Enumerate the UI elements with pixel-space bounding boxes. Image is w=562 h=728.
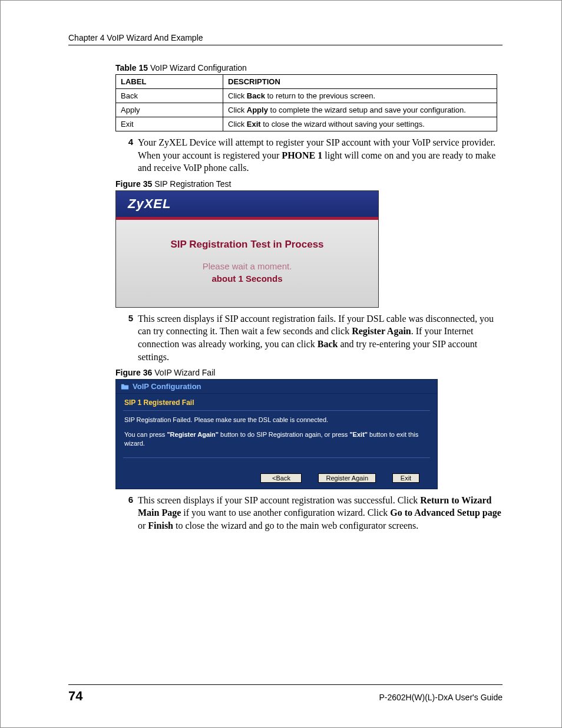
cell-label: Apply [116,103,223,117]
text: Click [228,91,247,100]
fail-message-1: SIP Registration Failed. Please make sur… [116,414,437,429]
bold: Exit [247,120,261,129]
header-rule [68,45,503,45]
bold: Apply [247,106,268,114]
table-row: Apply Click Apply to complete the wizard… [116,103,497,117]
text: to return to the previous screen. [265,91,375,100]
cell-desc: Click Exit to close the wizard without s… [223,117,497,131]
bold: Back [247,91,265,100]
step-list: 6 This screen displays if your SIP accou… [115,494,503,532]
chapter-heading: Chapter 4 VoIP Wizard And Example [68,33,503,42]
step-5: 5 This screen displays if SIP account re… [115,312,503,363]
step-number: 5 [115,312,138,363]
cell-desc: Click Back to return to the previous scr… [223,89,497,103]
divider [123,410,430,411]
cell-desc: Click Apply to complete the wizard setup… [223,103,497,117]
table-15-caption: Table 15 VoIP Wizard Configuration [115,63,503,73]
bold: "Exit" [349,431,368,438]
folder-icon [121,383,129,391]
page-footer: 74 P-2602H(W)(L)-DxA User's Guide [68,680,503,704]
caption-text: SIP Registration Test [152,179,231,189]
text: You can press [124,431,167,438]
fig35-body: SIP Registration Test in Process Please … [116,220,378,307]
figure-35-sip-registration-test: ZyXEL SIP Registration Test in Process P… [115,190,379,308]
step-text: This screen displays if SIP account regi… [138,312,503,363]
guide-title: P-2602H(W)(L)-DxA User's Guide [379,693,503,702]
step-list: 4 Your ZyXEL Device will attempt to regi… [115,136,503,174]
register-again-button[interactable]: Register Again [318,473,376,483]
zyxel-logo: ZyXEL [128,196,171,212]
caption-text: VoIP Wizard Configuration [148,63,247,73]
bold: Finish [148,521,173,531]
window-title: VoIP Configuration [133,382,201,391]
text: to complete the wizard setup and save yo… [268,106,466,114]
sip-test-countdown: about 1 Seconds [116,274,378,284]
cell-label: Exit [116,117,223,131]
step-number: 4 [115,136,138,174]
window-title-bar: VoIP Configuration [116,380,437,394]
back-button[interactable]: <Back [260,473,302,483]
col-header-label: LABEL [116,75,223,89]
table-row: Exit Click Exit to close the wizard with… [116,117,497,131]
step-6: 6 This screen displays if your SIP accou… [115,494,503,532]
step-list: 5 This screen displays if SIP account re… [115,312,503,363]
page-number: 74 [68,689,82,704]
sip-test-wait: Please wait a moment. [116,261,378,271]
cell-label: Back [116,89,223,103]
text: or [138,521,148,531]
fail-subheading: SIP 1 Registered Fail [116,394,437,410]
caption-bold: Table 15 [115,63,148,73]
button-row: <Back Register Again Exit [123,457,430,485]
col-header-description: DESCRIPTION [223,75,497,89]
text: Click [228,106,247,114]
text: Click [228,120,247,129]
bold: Register Again [352,326,411,336]
document-page: Chapter 4 VoIP Wizard And Example Table … [0,0,562,728]
caption-bold: Figure 36 [115,368,152,377]
step-number: 6 [115,494,138,532]
caption-bold: Figure 35 [115,179,152,189]
exit-button[interactable]: Exit [392,473,419,483]
sip-test-heading: SIP Registration Test in Process [116,239,378,251]
text: This screen displays if your SIP account… [138,495,420,505]
bold: PHONE 1 [282,150,322,160]
text: to close the wizard and go to the main w… [173,521,418,531]
voip-wizard-config-table: LABEL DESCRIPTION Back Click Back to ret… [115,74,497,131]
fail-message-2: You can press "Register Again" button to… [116,429,437,453]
table-row: Back Click Back to return to the previou… [116,89,497,103]
bold: Go to Advanced Setup page [390,508,501,518]
figure-36-caption: Figure 36 VoIP Wizard Fail [115,368,503,377]
text: if you want to use another configuration… [181,508,390,518]
step-text: This screen displays if your SIP account… [138,494,503,532]
figure-36-voip-wizard-fail: VoIP Configuration SIP 1 Registered Fail… [115,379,438,489]
figure-35-caption: Figure 35 SIP Registration Test [115,179,503,189]
step-4: 4 Your ZyXEL Device will attempt to regi… [115,136,503,174]
bold: Back [318,339,338,349]
bold: "Register Again" [167,431,219,438]
step-text: Your ZyXEL Device will attempt to regist… [138,136,503,174]
caption-text: VoIP Wizard Fail [152,368,215,377]
content-block: Table 15 VoIP Wizard Configuration LABEL… [115,63,503,532]
text: to close the wizard without saving your … [261,120,425,129]
text: button to do SIP Registration again, or … [219,431,349,438]
table-header-row: LABEL DESCRIPTION [116,75,497,89]
footer-rule [68,684,503,685]
brand-bar: ZyXEL [116,191,378,218]
